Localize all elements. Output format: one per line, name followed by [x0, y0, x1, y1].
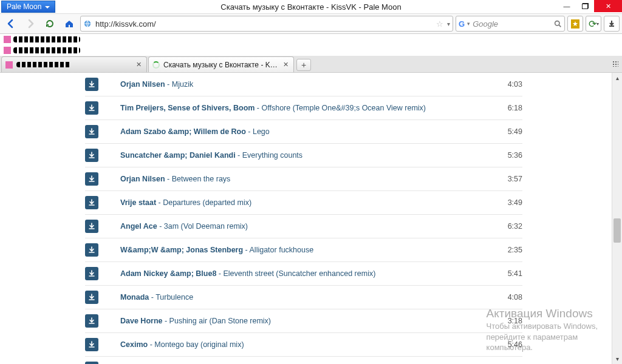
bookmark-favicon-icon	[4, 36, 11, 43]
track-row: Tim Preijers, Sense of Shivers, Boom - O…	[85, 96, 522, 120]
track-separator: -	[157, 222, 164, 231]
history-button[interactable]: ⟳▾	[586, 16, 601, 32]
download-button[interactable]	[85, 125, 98, 138]
app-menu-button[interactable]: Pale Moon	[1, 1, 55, 13]
google-g-icon: G	[459, 19, 465, 29]
download-button[interactable]	[85, 243, 98, 257]
downloads-button[interactable]	[604, 16, 620, 32]
track-duration: 2:35	[492, 246, 522, 254]
tab-close-button[interactable]: ✕	[135, 61, 143, 69]
bookmark-label-2[interactable]	[13, 47, 80, 53]
track-meta[interactable]: Adam Szabo &amp; Willem de Roo - Lego	[120, 127, 492, 136]
track-meta[interactable]: Monada - Turbulence	[120, 293, 492, 302]
bookmark-label-1[interactable]	[13, 36, 80, 42]
tab-bar: ✕ Скачать музыку с Вконтакте - KissVK ✕ …	[0, 56, 622, 73]
track-title: Mjuzik	[172, 80, 193, 89]
track-duration: 5:46	[492, 340, 522, 349]
track-separator: -	[246, 127, 253, 136]
track-duration: 6:18	[492, 104, 522, 112]
track-row: Mvon&amp;Shane54 - Ibiza sunrise (classi…	[85, 357, 522, 364]
tabbar-grip-icon[interactable]	[612, 61, 618, 67]
nav-toolbar: http://kissvk.com/ ☆ ▾ G ▾ Google ★ ⟳▾	[0, 13, 622, 34]
track-meta[interactable]: Tim Preijers, Sense of Shivers, Boom - O…	[120, 104, 492, 112]
track-meta[interactable]: Vrije staat - Departures (departed mix)	[120, 198, 492, 207]
track-duration: 5:36	[492, 151, 522, 160]
track-meta[interactable]: W&amp;W &amp; Jonas Stenberg - Alligator…	[120, 246, 492, 254]
track-separator: -	[236, 151, 242, 160]
track-duration: 4:03	[492, 80, 522, 89]
track-separator: -	[255, 104, 261, 112]
search-bar[interactable]: G ▾ Google	[456, 16, 565, 32]
download-button[interactable]	[85, 149, 98, 162]
download-button[interactable]	[85, 362, 98, 364]
track-artist: Adam Szabo &amp; Willem de Roo	[120, 127, 246, 136]
reload-icon	[45, 19, 55, 29]
minimize-button[interactable]: —	[558, 0, 576, 12]
track-separator: -	[156, 198, 163, 207]
bookmark-star-button[interactable]: ★	[567, 16, 583, 32]
track-row: Dave Horne - Pushing air (Dan Stone remi…	[85, 309, 522, 333]
track-row: Orjan Nilsen - Mjuzik4:03	[85, 73, 522, 96]
track-row: Suncatcher &amp; Daniel Kandi - Everythi…	[85, 144, 522, 167]
back-button[interactable]	[2, 16, 19, 32]
bookmark-bar-1	[0, 34, 622, 45]
loading-spinner-icon	[152, 61, 160, 69]
track-artist: Orjan Nilsen	[120, 80, 165, 89]
download-button[interactable]	[85, 172, 98, 186]
track-row: Adam Nickey &amp; Blue8 - Eleventh stree…	[85, 262, 522, 286]
track-row: Angel Ace - 3am (Vol Deeman remix)6:32	[85, 215, 522, 238]
site-identity-icon	[83, 19, 92, 28]
reload-button[interactable]	[41, 16, 58, 32]
track-meta[interactable]: Dave Horne - Pushing air (Dan Stone remi…	[120, 317, 492, 325]
scroll-down-icon[interactable]: ▾	[612, 354, 622, 364]
tab-inactive[interactable]: ✕	[1, 56, 147, 72]
download-button[interactable]	[85, 78, 98, 91]
track-title: Everything counts	[242, 151, 302, 160]
bookmark-star-icon[interactable]: ☆	[436, 19, 443, 29]
track-meta[interactable]: Suncatcher &amp; Daniel Kandi - Everythi…	[120, 151, 492, 160]
track-meta[interactable]: Angel Ace - 3am (Vol Deeman remix)	[120, 222, 492, 231]
tab-inactive-label	[16, 62, 71, 67]
track-meta[interactable]: Orjan Nilsen - Between the rays	[120, 175, 492, 183]
tab-active[interactable]: Скачать музыку с Вконтакте - KissVK ✕	[148, 56, 294, 72]
tab-active-label: Скачать музыку с Вконтакте - KissVK	[163, 61, 278, 69]
track-duration: 3:57	[492, 175, 522, 183]
scroll-up-icon[interactable]: ▴	[612, 73, 622, 83]
track-meta[interactable]: Adam Nickey &amp; Blue8 - Eleventh stree…	[120, 269, 492, 278]
download-button[interactable]	[85, 338, 98, 351]
search-icon[interactable]	[554, 20, 562, 28]
scroll-thumb[interactable]	[613, 218, 621, 243]
track-artist: Dave Horne	[120, 317, 162, 325]
track-row: W&amp;W &amp; Jonas Stenberg - Alligator…	[85, 238, 522, 262]
track-artist: Monada	[120, 293, 149, 302]
svg-point-1	[555, 21, 559, 25]
track-title: 3am (Vol Deeman remix)	[164, 222, 248, 231]
home-button[interactable]	[61, 16, 78, 32]
new-tab-button[interactable]: +	[296, 59, 311, 71]
track-meta[interactable]: Orjan Nilsen - Mjuzik	[120, 80, 492, 89]
tab-close-button[interactable]: ✕	[282, 61, 290, 69]
dropdown-history-icon[interactable]: ▾	[447, 21, 450, 27]
track-separator: -	[165, 80, 172, 89]
close-button[interactable]: ✕	[594, 0, 622, 12]
home-icon	[64, 19, 74, 29]
download-button[interactable]	[85, 196, 98, 209]
download-button[interactable]	[85, 267, 98, 280]
download-button[interactable]	[85, 220, 98, 233]
download-button[interactable]	[85, 314, 98, 328]
download-button[interactable]	[85, 101, 98, 115]
track-separator: -	[148, 340, 154, 349]
search-placeholder: Google	[473, 19, 552, 29]
forward-button[interactable]	[22, 16, 39, 32]
page-content: Orjan Nilsen - Mjuzik4:03Tim Preijers, S…	[0, 73, 612, 364]
track-duration: 3:18	[492, 317, 522, 325]
search-engine-dropdown-icon[interactable]: ▾	[467, 21, 470, 27]
track-duration: 5:49	[492, 127, 522, 136]
track-artist: Angel Ace	[120, 222, 157, 231]
vertical-scrollbar[interactable]: ▴ ▾	[612, 73, 622, 364]
url-bar[interactable]: http://kissvk.com/ ☆ ▾	[80, 16, 453, 32]
track-meta[interactable]: Ceximo - Montego bay (original mix)	[120, 340, 492, 349]
restore-button[interactable]	[576, 0, 594, 12]
track-artist: Adam Nickey &amp; Blue8	[120, 269, 216, 278]
download-button[interactable]	[85, 291, 98, 304]
